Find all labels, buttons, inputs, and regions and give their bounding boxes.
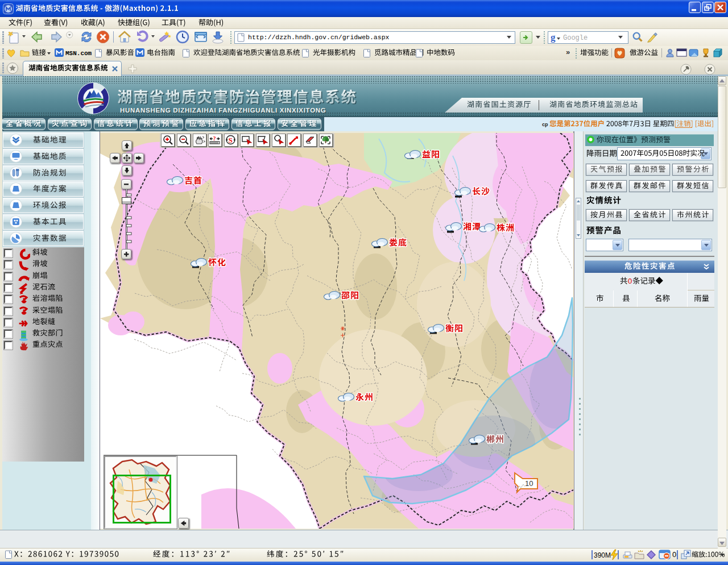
svg-text:0: 0 — [628, 277, 632, 285]
svg-text:cp: cp — [542, 122, 548, 127]
svg-text:10: 10 — [525, 479, 533, 488]
svg-text:?: ? — [213, 135, 216, 142]
svg-text:S: S — [229, 136, 233, 144]
